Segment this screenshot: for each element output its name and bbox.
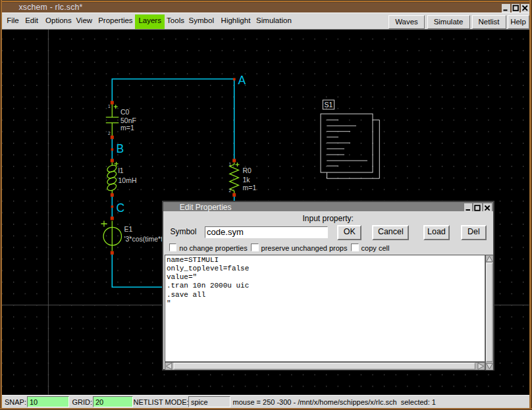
svg-text:B: B bbox=[117, 142, 124, 155]
svg-text:2: 2 bbox=[228, 188, 231, 193]
svg-text:E1: E1 bbox=[124, 225, 133, 233]
svg-text:1k: 1k bbox=[243, 176, 251, 184]
svg-text:C0: C0 bbox=[120, 108, 130, 116]
svg-text:1: 1 bbox=[228, 162, 231, 167]
svg-text:1: 1 bbox=[108, 104, 111, 109]
svg-text:C: C bbox=[117, 201, 125, 215]
svg-text:R0: R0 bbox=[243, 167, 252, 174]
svg-text:10mH: 10mH bbox=[119, 176, 137, 184]
svg-text:m=1: m=1 bbox=[120, 124, 134, 132]
svg-text:l1: l1 bbox=[119, 167, 124, 174]
svg-text:2: 2 bbox=[108, 131, 111, 136]
svg-text:m=1: m=1 bbox=[243, 184, 257, 192]
svg-text:A: A bbox=[238, 74, 246, 87]
svg-text:S1: S1 bbox=[325, 101, 333, 109]
